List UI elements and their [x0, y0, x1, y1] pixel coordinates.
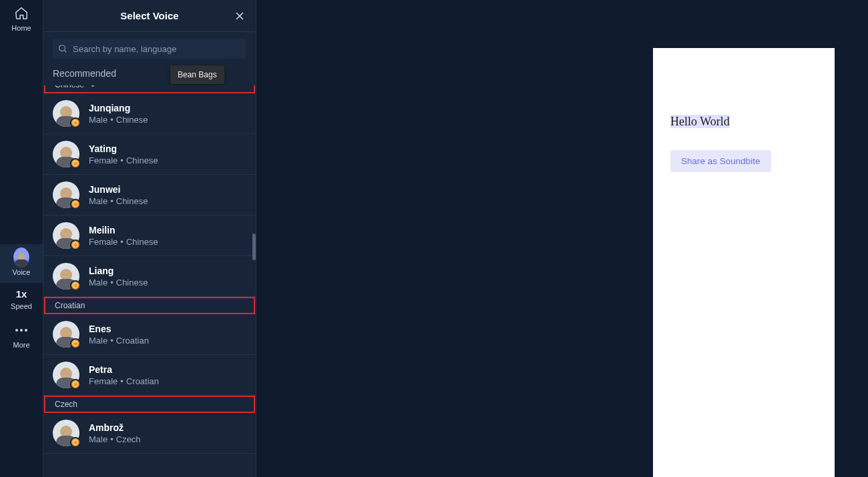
document-text[interactable]: Hello World	[670, 115, 730, 128]
language-header[interactable]: Croatian	[44, 297, 255, 314]
premium-badge-icon	[70, 338, 81, 349]
voice-meta: Male•Croatian	[89, 336, 149, 346]
rail-speed[interactable]: 1x Speed	[0, 283, 43, 317]
left-rail: Home Voice 1x Speed More	[0, 0, 43, 477]
premium-badge-icon	[70, 158, 81, 169]
voice-row[interactable]: AmbrožMale•Czech	[43, 413, 256, 454]
voice-name: Meilin	[89, 225, 158, 235]
rail-home-label: Home	[11, 24, 31, 32]
voice-row[interactable]: YatingFemale•Chinese	[43, 134, 256, 175]
voice-meta: Male•Chinese	[89, 278, 148, 288]
voice-avatar	[53, 222, 79, 249]
speed-value: 1x	[16, 288, 27, 300]
voice-row[interactable]: PetraFemale•Croatian	[43, 355, 256, 396]
share-soundbite-button[interactable]: Share as Soundbite	[670, 150, 771, 172]
svg-point-0	[59, 45, 65, 51]
voice-avatar-icon	[13, 250, 29, 266]
voice-row[interactable]: JunqiangMale•Chinese	[43, 93, 256, 134]
voice-avatar	[53, 141, 79, 167]
premium-badge-icon	[70, 117, 81, 128]
voice-avatar	[53, 181, 79, 208]
rail-voice[interactable]: Voice	[0, 244, 43, 283]
document-page: Hello World Share as Soundbite	[653, 48, 835, 477]
voice-avatar	[53, 420, 79, 446]
voice-meta: Female•Chinese	[89, 237, 158, 247]
premium-badge-icon	[70, 280, 81, 291]
voice-meta: Female•Chinese	[89, 155, 158, 165]
voice-meta: Male•Czech	[89, 434, 141, 444]
voice-row[interactable]: MeilinFemale•Chinese	[43, 215, 256, 256]
rail-voice-label: Voice	[13, 268, 31, 276]
voice-avatar	[53, 321, 79, 348]
search-field[interactable]	[53, 39, 246, 59]
voice-row[interactable]: LiangMale•Chinese	[43, 256, 256, 297]
language-header[interactable]: Czech	[44, 396, 255, 413]
search-wrap	[43, 32, 256, 65]
home-icon	[13, 5, 29, 21]
scrollbar-thumb[interactable]	[252, 233, 256, 260]
voice-row[interactable]: EnesMale•Croatian	[43, 314, 256, 355]
voice-meta: Male•Chinese	[89, 196, 148, 206]
close-icon[interactable]	[233, 9, 246, 23]
ellipsis-icon	[13, 322, 29, 338]
tab-recommended[interactable]: Recommended	[53, 68, 116, 79]
voice-row[interactable]: JunweiMale•Chinese	[43, 175, 256, 215]
voice-meta: Male•Chinese	[89, 115, 148, 125]
search-input[interactable]	[73, 44, 241, 54]
voice-panel: Select Voice Recommended Bean Bags Chine…	[43, 0, 256, 477]
rail-more[interactable]: More	[0, 317, 43, 356]
tooltip: Bean Bags	[170, 65, 224, 84]
voice-avatar	[53, 100, 79, 127]
panel-tabs: Recommended Bean Bags	[43, 65, 256, 85]
language-name: Czech	[55, 400, 77, 409]
search-icon	[58, 44, 67, 53]
language-name: Chinese	[55, 85, 84, 89]
voice-name: Junwei	[89, 184, 148, 195]
chevron-down-icon	[89, 85, 96, 88]
panel-header: Select Voice	[43, 0, 256, 32]
voice-name: Petra	[89, 364, 159, 375]
main-area: Hello World Share as Soundbite	[256, 0, 868, 477]
voice-list: ChineseJunqiangMale•ChineseYatingFemale•…	[43, 85, 256, 477]
premium-badge-icon	[70, 379, 81, 390]
rail-more-label: More	[13, 341, 29, 349]
rail-home[interactable]: Home	[0, 0, 43, 39]
rail-speed-label: Speed	[11, 302, 32, 310]
voice-name: Junqiang	[89, 103, 148, 113]
voice-name: Liang	[89, 266, 148, 276]
language-header[interactable]: Chinese	[44, 85, 255, 93]
voice-name: Yating	[89, 143, 158, 154]
premium-badge-icon	[70, 240, 81, 250]
premium-badge-icon	[70, 437, 81, 448]
panel-title: Select Voice	[120, 10, 178, 21]
voice-meta: Female•Croatian	[89, 376, 159, 386]
premium-badge-icon	[70, 199, 81, 209]
voice-name: Ambrož	[89, 422, 141, 433]
language-name: Croatian	[55, 301, 85, 310]
voice-name: Enes	[89, 324, 149, 334]
voice-avatar	[53, 263, 79, 290]
voice-avatar	[53, 362, 79, 388]
